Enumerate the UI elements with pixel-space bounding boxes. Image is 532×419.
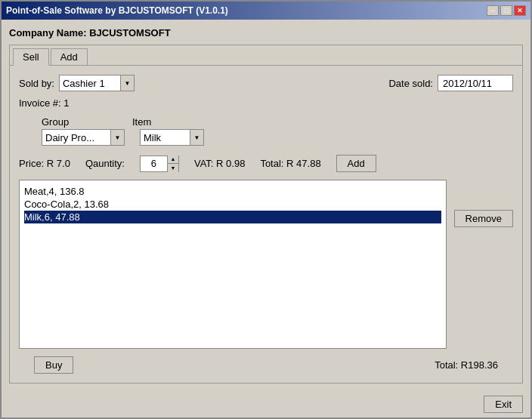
invoice-label: Invoice #: 1: [19, 97, 70, 109]
price-label: Price: R 7.0: [19, 158, 70, 169]
window-title: Point-of-Sale Software by BJCUSTOMSOFT (…: [6, 5, 228, 16]
tab-container: Sell Add Sold by: ▼ Date sold:: [9, 45, 523, 384]
group-label: Group: [42, 116, 125, 128]
main-window: Point-of-Sale Software by BJCUSTOMSOFT (…: [0, 0, 532, 419]
item-select[interactable]: ▼: [140, 129, 204, 146]
tab-add[interactable]: Add: [51, 48, 88, 65]
group-input[interactable]: [42, 130, 110, 145]
list-item[interactable]: Meat,4, 136.8: [24, 185, 441, 198]
date-input[interactable]: [438, 75, 513, 91]
list-area-wrapper: Meat,4, 136.8 Coco-Cola,2, 13.68 Milk,6,…: [19, 180, 513, 349]
group-item-row: ▼ ▼: [42, 129, 513, 146]
add-item-button[interactable]: Add: [336, 155, 376, 172]
remove-col: Remove: [454, 180, 513, 349]
quantity-spin-down[interactable]: ▼: [168, 164, 178, 172]
sold-by-row: Sold by: ▼ Date sold:: [19, 75, 513, 91]
group-select[interactable]: ▼: [42, 129, 125, 146]
item-label: Item: [132, 116, 151, 128]
cashier-input[interactable]: [60, 75, 120, 91]
title-bar: Point-of-Sale Software by BJCUSTOMSOFT (…: [2, 2, 530, 20]
company-name: Company Name: BJCUSTOMSOFT: [9, 27, 523, 39]
remove-button[interactable]: Remove: [454, 210, 513, 227]
date-sold-label: Date sold:: [388, 78, 433, 89]
buy-button[interactable]: Buy: [34, 356, 73, 374]
exit-button[interactable]: Exit: [484, 396, 523, 413]
item-input[interactable]: [141, 130, 190, 145]
vat-label: VAT: R 0.98: [194, 158, 245, 169]
bottom-row: Buy Total: R198.36: [19, 356, 513, 374]
close-button[interactable]: ✕: [514, 5, 526, 16]
quantity-spin-up[interactable]: ▲: [168, 156, 178, 164]
items-list[interactable]: Meat,4, 136.8 Coco-Cola,2, 13.68 Milk,6,…: [19, 180, 447, 349]
tab-bar: Sell Add: [10, 45, 522, 65]
total-item-label: Total: R 47.88: [260, 158, 320, 169]
quantity-input[interactable]: [141, 157, 167, 170]
cashier-select[interactable]: ▼: [59, 75, 135, 91]
quantity-spinners: ▲ ▼: [167, 156, 178, 172]
sold-by-label: Sold by:: [19, 78, 54, 89]
item-dropdown-arrow[interactable]: ▼: [190, 130, 203, 145]
tab-content-sell: Sold by: ▼ Date sold: Invoice #: 1 Group: [10, 65, 522, 383]
list-item[interactable]: Coco-Cola,2, 13.68: [24, 198, 441, 211]
tab-sell[interactable]: Sell: [13, 48, 49, 66]
cashier-dropdown-arrow[interactable]: ▼: [120, 75, 134, 91]
window-bottom: Exit: [2, 391, 530, 417]
quantity-input-wrapper[interactable]: ▲ ▼: [140, 156, 179, 172]
list-item[interactable]: Milk,6, 47.88: [24, 211, 441, 223]
minimize-button[interactable]: ─: [487, 5, 499, 16]
grand-total-label: Total: R198.36: [435, 359, 498, 371]
group-dropdown-arrow[interactable]: ▼: [110, 130, 124, 145]
quantity-label: Qauntity:: [85, 158, 125, 169]
invoice-row: Invoice #: 1: [19, 97, 513, 109]
price-row: Price: R 7.0 Qauntity: ▲ ▼ VAT: R 0.98 T…: [19, 155, 513, 172]
window-controls: ─ □ ✕: [487, 5, 526, 16]
maximize-button[interactable]: □: [500, 5, 512, 16]
window-body: Company Name: BJCUSTOMSOFT Sell Add Sold…: [2, 20, 530, 391]
